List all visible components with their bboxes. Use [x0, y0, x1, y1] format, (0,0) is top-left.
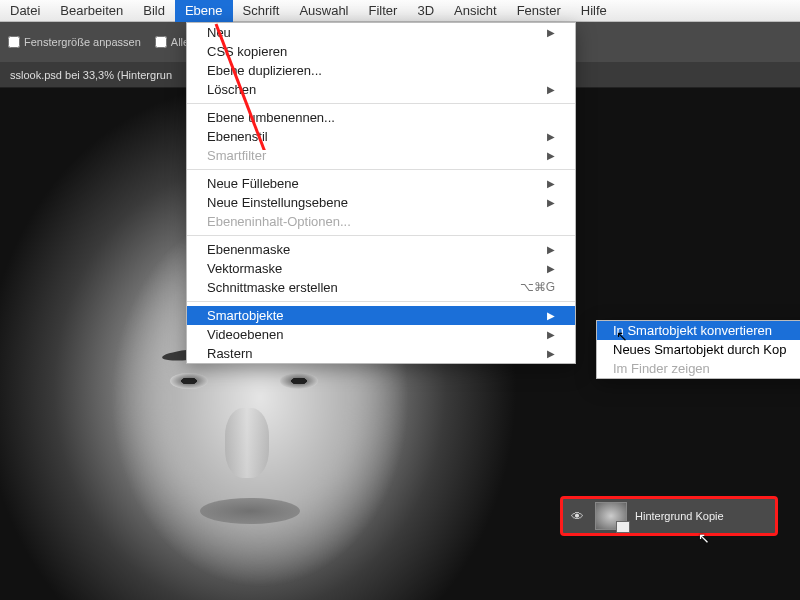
menu-hilfe[interactable]: Hilfe: [571, 0, 617, 22]
submenu-arrow-icon: ▶: [547, 259, 555, 278]
menu-item[interactable]: Neu▶: [187, 23, 575, 42]
menu-item-label: Ebene umbenennen...: [207, 108, 335, 127]
menu-auswahl[interactable]: Auswahl: [289, 0, 358, 22]
submenu-arrow-icon: ▶: [547, 344, 555, 363]
menu-item[interactable]: Ebenenstil▶: [187, 127, 575, 146]
fit-window-checkbox[interactable]: [8, 36, 20, 48]
submenu-arrow-icon: ▶: [547, 80, 555, 99]
visibility-icon[interactable]: 👁: [571, 509, 587, 524]
submenu-item-label: Neues Smartobjekt durch Kop: [613, 340, 786, 359]
menu-item-label: Ebeneninhalt-Optionen...: [207, 212, 351, 231]
document-tab-label: sslook.psd bei 33,3% (Hintergrun: [10, 69, 172, 81]
submenu-arrow-icon: ▶: [547, 240, 555, 259]
submenu-arrow-icon: ▶: [547, 23, 555, 42]
menu-item-label: Neue Einstellungsebene: [207, 193, 348, 212]
submenu-arrow-icon: ▶: [547, 306, 555, 325]
menu-item-label: Rastern: [207, 344, 253, 363]
eye-shape: [280, 373, 318, 389]
menu-3d[interactable]: 3D: [407, 0, 444, 22]
submenu-arrow-icon: ▶: [547, 325, 555, 344]
menu-datei[interactable]: Datei: [0, 0, 50, 22]
separator: [187, 169, 575, 170]
separator: [187, 103, 575, 104]
nose-shape: [225, 408, 269, 478]
all-windows-checkbox[interactable]: [155, 36, 167, 48]
eye-shape: [170, 373, 208, 389]
menu-item-label: Videoebenen: [207, 325, 283, 344]
menu-ebene[interactable]: Ebene: [175, 0, 233, 22]
menu-item[interactable]: Rastern▶: [187, 344, 575, 363]
menu-item-label: Neue Füllebene: [207, 174, 299, 193]
menu-item[interactable]: CSS kopieren: [187, 42, 575, 61]
menu-fenster[interactable]: Fenster: [507, 0, 571, 22]
menu-item[interactable]: Ebene duplizieren...: [187, 61, 575, 80]
menu-bild[interactable]: Bild: [133, 0, 175, 22]
submenu-item: Im Finder zeigen: [597, 359, 800, 378]
menu-item[interactable]: Löschen▶: [187, 80, 575, 99]
menu-item[interactable]: Videoebenen▶: [187, 325, 575, 344]
menu-item[interactable]: Neue Füllebene▶: [187, 174, 575, 193]
menu-item[interactable]: Ebene umbenennen...: [187, 108, 575, 127]
fit-window-label: Fenstergröße anpassen: [24, 36, 141, 48]
menu-filter[interactable]: Filter: [359, 0, 408, 22]
submenu-arrow-icon: ▶: [547, 193, 555, 212]
menu-item[interactable]: Vektormaske▶: [187, 259, 575, 278]
menu-item: Ebeneninhalt-Optionen...: [187, 212, 575, 231]
menu-item: Smartfilter▶: [187, 146, 575, 165]
menu-item[interactable]: Neue Einstellungsebene▶: [187, 193, 575, 212]
menu-item-label: Ebene duplizieren...: [207, 61, 322, 80]
menu-item[interactable]: Smartobjekte▶: [187, 306, 575, 325]
menu-item[interactable]: Ebenenmaske▶: [187, 240, 575, 259]
menu-item-label: Smartfilter: [207, 146, 266, 165]
separator: [187, 301, 575, 302]
menu-item[interactable]: Schnittmaske erstellen⌥⌘G: [187, 278, 575, 297]
menu-item-label: Vektormaske: [207, 259, 282, 278]
menu-item-label: Ebenenmaske: [207, 240, 290, 259]
submenu-arrow-icon: ▶: [547, 174, 555, 193]
submenu-arrow-icon: ▶: [547, 127, 555, 146]
submenu-item-label: In Smartobjekt konvertieren: [613, 321, 772, 340]
menu-item-label: Löschen: [207, 80, 256, 99]
cursor-icon: ↖: [698, 530, 710, 546]
layer-name[interactable]: Hintergrund Kopie: [635, 510, 724, 522]
submenu-arrow-icon: ▶: [547, 146, 555, 165]
menu-item-label: Ebenenstil: [207, 127, 268, 146]
menu-schrift[interactable]: Schrift: [233, 0, 290, 22]
menu-item-label: Neu: [207, 23, 231, 42]
submenu-item-label: Im Finder zeigen: [613, 359, 710, 378]
menu-ansicht[interactable]: Ansicht: [444, 0, 507, 22]
mouth-shape: [200, 498, 300, 524]
menu-bearbeiten[interactable]: Bearbeiten: [50, 0, 133, 22]
separator: [187, 235, 575, 236]
menu-item-label: Schnittmaske erstellen: [207, 278, 338, 297]
menu-item-label: CSS kopieren: [207, 42, 287, 61]
cursor-icon: ↖: [616, 328, 628, 344]
shortcut-label: ⌥⌘G: [520, 278, 555, 297]
menubar[interactable]: DateiBearbeitenBildEbeneSchriftAuswahlFi…: [0, 0, 800, 22]
layer-thumbnail[interactable]: [595, 502, 627, 530]
ebene-menu[interactable]: Neu▶CSS kopierenEbene duplizieren...Lösc…: [186, 22, 576, 364]
menu-item-label: Smartobjekte: [207, 306, 284, 325]
layer-panel-row[interactable]: 👁 Hintergrund Kopie: [560, 496, 778, 536]
fit-window-option[interactable]: Fenstergröße anpassen: [8, 36, 141, 48]
